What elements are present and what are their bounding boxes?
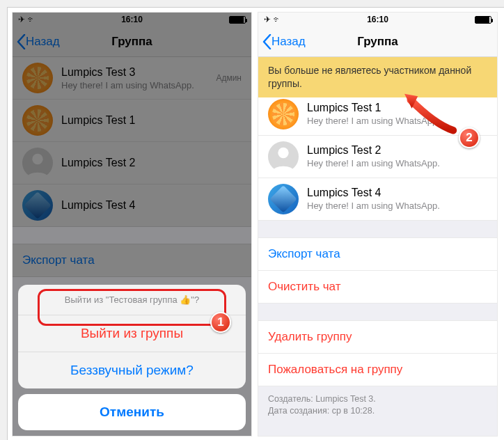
member-row[interactable]: Lumpics Test 1 Hey there! I am using Wha… (258, 93, 497, 136)
member-row[interactable]: Lumpics Test 4 Hey there! I am using Wha… (258, 178, 497, 221)
airplane-icon: ✈︎ ᯤ (264, 15, 281, 24)
group-meta: Создатель: Lumpics Test 3. Дата создания… (258, 386, 497, 425)
battery-icon (475, 16, 491, 24)
status-bar: ✈︎ ᯤ 16:10 (258, 13, 497, 26)
arrow-annotation (397, 88, 460, 136)
avatar (268, 184, 299, 214)
step-badge-1: 1 (210, 312, 231, 333)
chevron-left-icon (262, 34, 271, 49)
phone-left: ✈︎ ᯤ 16:10 Назад Группа Lumpics Test 3 H… (12, 12, 252, 437)
member-sub: Hey there! I am using WhatsApp. (307, 201, 440, 211)
step-badge-2: 2 (459, 127, 480, 148)
info-banner: Вы больше не являетесь участником данной… (258, 57, 497, 97)
back-button[interactable]: Назад (258, 34, 306, 49)
member-name: Lumpics Test 2 (307, 144, 440, 157)
mute-button[interactable]: Беззвучный режим? (18, 352, 246, 388)
nav-bar: Назад Группа (258, 26, 497, 57)
report-group[interactable]: Пожаловаться на группу (258, 354, 497, 386)
delete-group[interactable]: Удалить группу (258, 320, 497, 354)
highlight-box (38, 289, 226, 326)
page-title: Группа (357, 35, 398, 49)
member-sub: Hey there! I am using WhatsApp. (307, 158, 440, 168)
member-name: Lumpics Test 4 (307, 187, 440, 199)
clear-chat[interactable]: Очистить чат (258, 271, 497, 304)
cancel-button[interactable]: Отменить (18, 394, 246, 430)
creator-label: Создатель: Lumpics Test 3. (268, 393, 487, 406)
back-label: Назад (271, 35, 306, 49)
avatar (268, 141, 299, 172)
avatar (268, 99, 299, 129)
created-label: Дата создания: ср в 10:28. (268, 405, 487, 418)
export-chat[interactable]: Экспорт чата (258, 237, 497, 271)
status-time: 16:10 (367, 15, 388, 24)
phone-right: ✈︎ ᯤ 16:10 Назад Группа Вы больше не явл… (258, 12, 498, 437)
